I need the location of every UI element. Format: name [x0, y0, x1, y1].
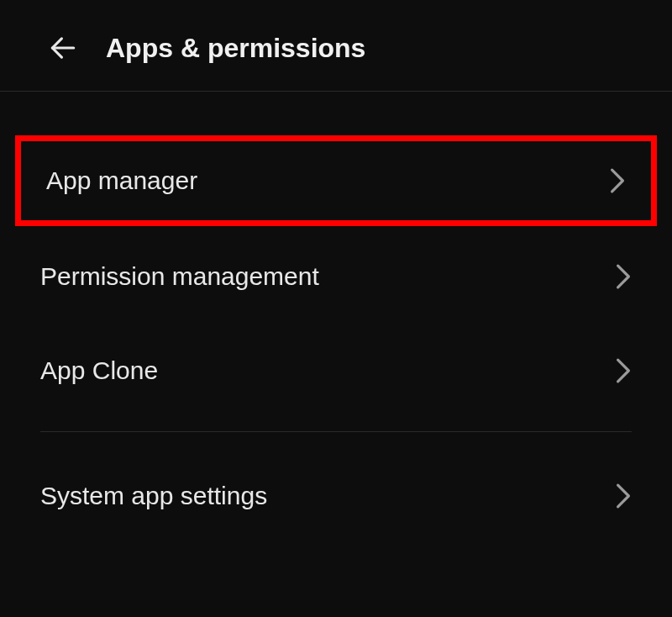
settings-list: App manager Permission management App Cl… — [0, 92, 672, 543]
list-item-system-app-settings[interactable]: System app settings — [0, 449, 672, 543]
chevron-right-icon — [615, 263, 632, 290]
list-item-label: App Clone — [40, 356, 158, 385]
divider — [40, 431, 632, 432]
list-item-label: Permission management — [40, 262, 319, 291]
page-title: Apps & permissions — [106, 33, 365, 64]
back-icon[interactable] — [47, 32, 79, 64]
chevron-right-icon — [609, 167, 626, 194]
list-item-permission-management[interactable]: Permission management — [0, 229, 672, 324]
list-item-app-manager[interactable]: App manager — [15, 135, 657, 226]
list-item-label: System app settings — [40, 482, 267, 510]
chevron-right-icon — [615, 357, 632, 384]
list-item-app-clone[interactable]: App Clone — [0, 324, 672, 418]
header: Apps & permissions — [0, 0, 672, 92]
list-item-label: App manager — [46, 166, 197, 195]
chevron-right-icon — [615, 483, 632, 509]
